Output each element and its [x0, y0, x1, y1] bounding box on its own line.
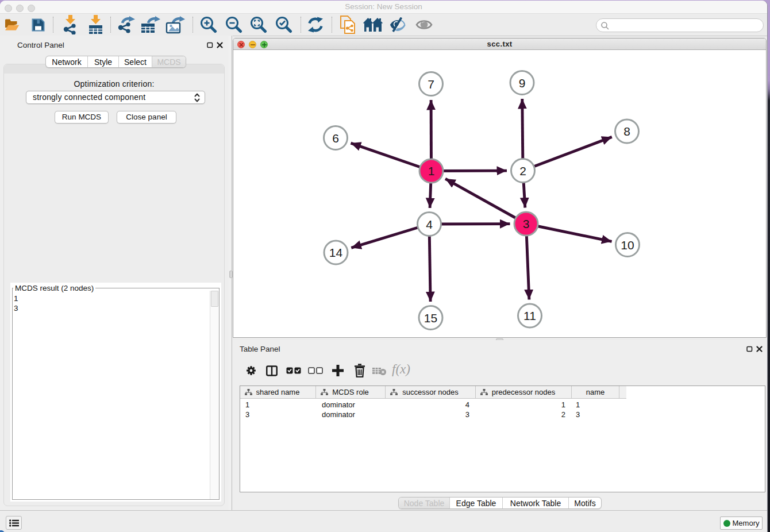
svg-text:2: 2 [519, 164, 526, 178]
svg-text:11: 11 [523, 309, 536, 322]
svg-text:3: 3 [523, 217, 530, 230]
svg-text:10: 10 [621, 238, 634, 252]
svg-text:14: 14 [329, 246, 343, 259]
svg-text:9: 9 [519, 76, 526, 90]
svg-text:15: 15 [424, 311, 437, 325]
svg-text:8: 8 [623, 125, 630, 138]
svg-text:4: 4 [426, 218, 433, 231]
svg-text:6: 6 [332, 132, 339, 145]
svg-text:7: 7 [428, 78, 434, 91]
svg-text:1: 1 [428, 164, 435, 178]
